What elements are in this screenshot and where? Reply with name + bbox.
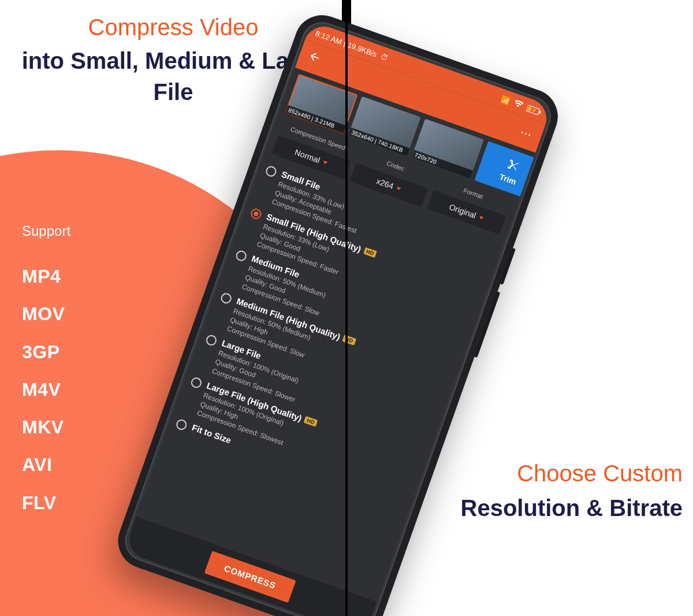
support-label: Support: [22, 223, 70, 239]
radio-icon: [219, 291, 233, 305]
radio-icon: [249, 207, 263, 220]
back-button[interactable]: [300, 47, 327, 70]
bottom-bar: COMPRESS: [124, 517, 377, 616]
chevron-down-icon: [396, 186, 401, 190]
hd-badge: HD: [304, 416, 318, 427]
format-value: Original: [448, 202, 478, 220]
battery-icon: ⚡: [526, 104, 543, 116]
radio-icon: [175, 418, 188, 432]
format-item: MOV: [22, 295, 70, 333]
chevron-down-icon: [479, 216, 484, 220]
hd-badge: HD: [363, 247, 378, 258]
radio-icon: [234, 249, 248, 262]
format-item: MP4: [22, 258, 70, 295]
radio-icon: [190, 376, 203, 389]
hd-badge: HD: [342, 335, 356, 346]
panel-divider: [345, 0, 348, 616]
status-time: 8:12 AM: [314, 29, 343, 46]
codec-value: x264: [375, 176, 395, 191]
signal-icon: 📶: [500, 94, 511, 105]
compress-button[interactable]: COMPRESS: [204, 551, 296, 603]
speed-value: Normal: [293, 147, 321, 165]
radio-icon: [204, 334, 218, 347]
overflow-menu-icon[interactable]: ⋯: [513, 123, 540, 144]
wifi-icon: [513, 99, 524, 110]
timer-icon: ⏱: [379, 52, 389, 62]
phone-power-button: [500, 248, 516, 285]
chevron-down-icon: [322, 160, 327, 164]
format-item: 3GP: [22, 333, 70, 371]
radio-icon: [264, 165, 278, 178]
scissors-icon: [504, 157, 521, 175]
